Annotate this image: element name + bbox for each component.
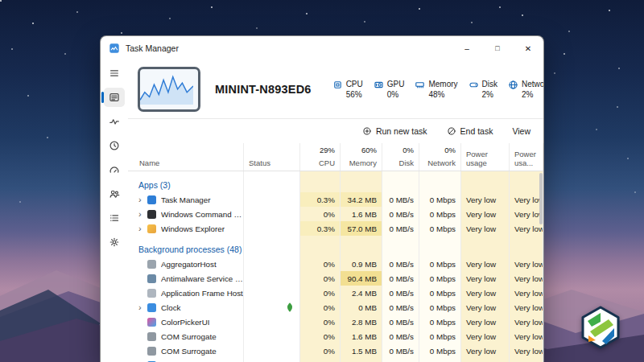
- process-row[interactable]: AggregatorHost0%0.9 MB0 MB/s0 MbpsVery l…: [128, 257, 543, 271]
- cell-disk: 0 MB/s: [382, 300, 419, 315]
- process-row[interactable]: Antimalware Service Executable...0%90.4 …: [128, 271, 543, 286]
- expand-chevron-icon[interactable]: ›: [138, 195, 147, 204]
- column-header-network[interactable]: 0%Network: [419, 143, 461, 171]
- cell-disk: [382, 236, 419, 257]
- cell-trend: Very low: [510, 286, 543, 300]
- cell-network: [419, 171, 461, 192]
- column-label: Disk: [399, 158, 414, 167]
- titlebar[interactable]: Task Manager – □ ✕: [101, 36, 543, 60]
- cell-memory: 1.6 MB: [341, 207, 382, 221]
- group-header-row[interactable]: Apps (3): [128, 171, 543, 192]
- column-header-trend[interactable]: Power usa...: [510, 143, 543, 171]
- cell-network: 0 Mbps: [419, 315, 461, 329]
- stat-value: 48%: [428, 89, 457, 100]
- process-name-cell: ›Clock: [128, 300, 244, 315]
- task-manager-app-icon: [109, 43, 120, 54]
- cell-network: 0 Mbps: [419, 358, 461, 362]
- group-header-row[interactable]: Background processes (48): [128, 236, 543, 257]
- hamburger-icon: [109, 68, 120, 79]
- cell-power: Very low: [461, 315, 510, 329]
- column-header-power[interactable]: Power usage: [461, 143, 510, 171]
- scrollbar-thumb[interactable]: [539, 173, 543, 224]
- performance-icon: [109, 116, 120, 127]
- system-header: MININT-N893ED6 CPU56%GPU0%Memory48%Disk2…: [128, 60, 543, 118]
- minimize-button[interactable]: –: [452, 36, 482, 60]
- process-status-cell: [244, 221, 300, 236]
- cell-disk: 0 MB/s: [382, 207, 419, 221]
- stat-value: 0%: [387, 89, 405, 100]
- column-header-status[interactable]: Status: [244, 143, 300, 171]
- cell-trend: Very low: [510, 192, 543, 207]
- color-picker-icon: [147, 318, 156, 327]
- cell-cpu: [300, 171, 341, 192]
- sidebar-item-performance[interactable]: [104, 112, 125, 131]
- expand-chevron-icon[interactable]: ›: [138, 224, 147, 232]
- process-name: Clock: [161, 303, 181, 312]
- sidebar-item-users[interactable]: [104, 184, 125, 204]
- view-button[interactable]: View: [512, 126, 530, 136]
- process-name-cell: Antimalware Service Executable...: [128, 271, 244, 286]
- cell-memory: 34.2 MB: [341, 192, 382, 207]
- stat-label: GPU: [387, 79, 405, 89]
- process-status-cell: [244, 192, 300, 207]
- sidebar-item-startup-apps[interactable]: [104, 160, 125, 179]
- column-header-memory[interactable]: 60%Memory: [341, 143, 382, 171]
- column-label: Power usage: [466, 150, 504, 167]
- close-button[interactable]: ✕: [513, 36, 543, 60]
- column-header-disk[interactable]: 0%Disk: [382, 143, 419, 171]
- process-name: Application Frame Host: [161, 289, 243, 298]
- run-new-task-button[interactable]: Run new task: [362, 126, 427, 136]
- process-row[interactable]: COM Surrogate0%1.6 MB0 MB/s0 MbpsVery lo…: [128, 329, 543, 343]
- plus-circle-icon: [362, 126, 372, 136]
- process-name: Windows Command Processor ...: [161, 210, 243, 219]
- cell-trend: Very low: [510, 300, 543, 315]
- cell-disk: 0 MB/s: [382, 343, 419, 358]
- process-row[interactable]: ›Clock0%0 MB0 MB/s0 MbpsVery lowVery low: [128, 300, 543, 315]
- sidebar-item-services[interactable]: [104, 232, 125, 252]
- expand-chevron-icon[interactable]: ›: [138, 210, 147, 218]
- process-row[interactable]: ›Windows Explorer0.3%57.0 MB0 MB/s0 Mbps…: [128, 221, 543, 236]
- process-name: COM Surrogate: [161, 347, 217, 356]
- cell-network: 0 Mbps: [419, 207, 461, 221]
- clock-app-icon: [147, 303, 156, 312]
- stat-disk: Disk2%: [469, 79, 497, 100]
- cell-network: 0 Mbps: [419, 221, 461, 236]
- end-task-button[interactable]: End task: [447, 126, 493, 136]
- cell-cpu: 0%: [300, 343, 341, 358]
- cell-cpu: 0%: [300, 286, 341, 300]
- process-row[interactable]: ›Cortana (3)0%0 MB0 MB/s0 MbpsVery lowVe…: [128, 358, 543, 362]
- column-header-name[interactable]: Name: [128, 143, 244, 171]
- vertical-scrollbar[interactable]: [539, 173, 543, 360]
- process-row[interactable]: ›Task Manager0.3%34.2 MB0 MB/s0 MbpsVery…: [128, 192, 543, 207]
- cell-network: 0 Mbps: [419, 192, 461, 207]
- column-header-cpu[interactable]: 29%CPU: [300, 143, 341, 171]
- view-label: View: [512, 126, 530, 136]
- process-row[interactable]: Application Frame Host0%2.4 MB0 MB/s0 Mb…: [128, 286, 543, 300]
- table-header: NameStatus29%CPU60%Memory0%Disk0%Network…: [128, 143, 543, 171]
- stat-memory: Memory48%: [415, 79, 457, 100]
- cell-trend: [510, 171, 543, 192]
- process-name: Antimalware Service Executable...: [161, 274, 243, 283]
- maximize-button[interactable]: □: [482, 36, 513, 60]
- process-name-cell: ›Windows Explorer: [128, 221, 244, 236]
- sidebar: [101, 60, 128, 362]
- process-row[interactable]: COM Surrogate0%1.5 MB0 MB/s0 MbpsVery lo…: [128, 343, 543, 358]
- column-label: Power usa...: [514, 150, 538, 167]
- sidebar-item-processes[interactable]: [104, 88, 125, 107]
- process-row[interactable]: ›Windows Command Processor ...0%1.6 MB0 …: [128, 207, 543, 221]
- cell-memory: 0.9 MB: [341, 257, 382, 271]
- sidebar-item-menu[interactable]: [104, 64, 125, 83]
- expand-chevron-icon[interactable]: ›: [138, 303, 147, 311]
- cell-disk: [382, 171, 419, 192]
- process-row[interactable]: ColorPickerUI0%2.8 MB0 MB/s0 MbpsVery lo…: [128, 315, 543, 329]
- details-icon: [109, 212, 120, 224]
- process-name-cell: ›Task Manager: [128, 192, 244, 207]
- process-name-cell: ColorPickerUI: [128, 315, 244, 329]
- stat-value: 2%: [482, 89, 497, 100]
- cell-trend: Very low: [510, 257, 543, 271]
- sidebar-item-details[interactable]: [104, 208, 125, 228]
- sidebar-item-app-history[interactable]: [104, 136, 125, 155]
- cell-power: Very low: [461, 221, 510, 236]
- toolbar: Run new task End task View: [128, 118, 543, 143]
- process-name-cell: AggregatorHost: [128, 257, 244, 271]
